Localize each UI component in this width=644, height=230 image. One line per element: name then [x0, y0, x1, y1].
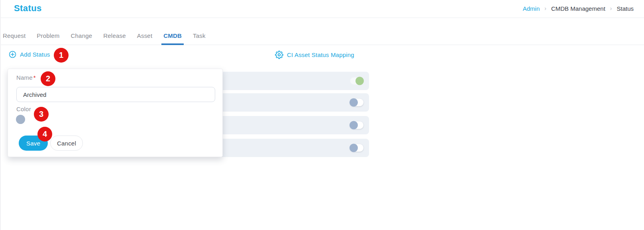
- required-asterisk: *: [33, 74, 36, 81]
- status-enabled-toggle[interactable]: [350, 122, 363, 129]
- annotation-badge-3: 3: [34, 107, 49, 122]
- module-tabbar: Request Problem Change Release Asset CMD…: [1, 26, 644, 45]
- page-header: Status Admin › CMDB Management › Status: [1, 0, 644, 18]
- tab-change[interactable]: Change: [71, 26, 92, 45]
- page-title: Status: [14, 3, 42, 14]
- cancel-button[interactable]: Cancel: [50, 136, 83, 151]
- annotation-badge-4: 4: [37, 127, 52, 142]
- color-swatch[interactable]: [16, 115, 25, 124]
- annotation-badge-2: 2: [41, 71, 55, 86]
- status-enabled-toggle[interactable]: [350, 99, 363, 106]
- breadcrumb-chevron-icon: ›: [610, 5, 612, 12]
- ci-asset-status-mapping-label: CI Asset Status Mapping: [287, 51, 354, 58]
- add-status-label: Add Status: [20, 51, 50, 58]
- status-enabled-toggle[interactable]: [350, 144, 363, 152]
- name-label: Name*: [16, 74, 36, 81]
- breadcrumb-item-admin[interactable]: Admin: [523, 5, 540, 12]
- breadcrumb-chevron-icon: ›: [544, 5, 546, 12]
- gear-icon: [275, 51, 283, 59]
- breadcrumb-item-status: Status: [617, 5, 634, 12]
- tab-request[interactable]: Request: [3, 26, 26, 45]
- annotation-badge-1: 1: [54, 48, 69, 63]
- status-enabled-toggle[interactable]: [350, 77, 363, 85]
- plus-circle-icon: [9, 51, 16, 58]
- breadcrumb: Admin › CMDB Management › Status: [523, 5, 634, 12]
- name-input[interactable]: [16, 87, 215, 102]
- toggle-knob: [355, 77, 364, 85]
- tab-cmdb[interactable]: CMDB: [163, 26, 182, 45]
- tab-release[interactable]: Release: [103, 26, 126, 45]
- color-label: Color: [16, 106, 31, 112]
- breadcrumb-item-cmdb-management[interactable]: CMDB Management: [551, 5, 605, 12]
- tab-problem[interactable]: Problem: [37, 26, 59, 45]
- ci-asset-status-mapping-button[interactable]: CI Asset Status Mapping: [275, 51, 354, 59]
- toggle-knob: [349, 98, 358, 107]
- add-status-button[interactable]: Add Status: [9, 51, 50, 58]
- tab-asset[interactable]: Asset: [137, 26, 153, 45]
- toggle-knob: [349, 121, 358, 130]
- tab-task[interactable]: Task: [193, 26, 206, 45]
- toggle-knob: [349, 144, 358, 152]
